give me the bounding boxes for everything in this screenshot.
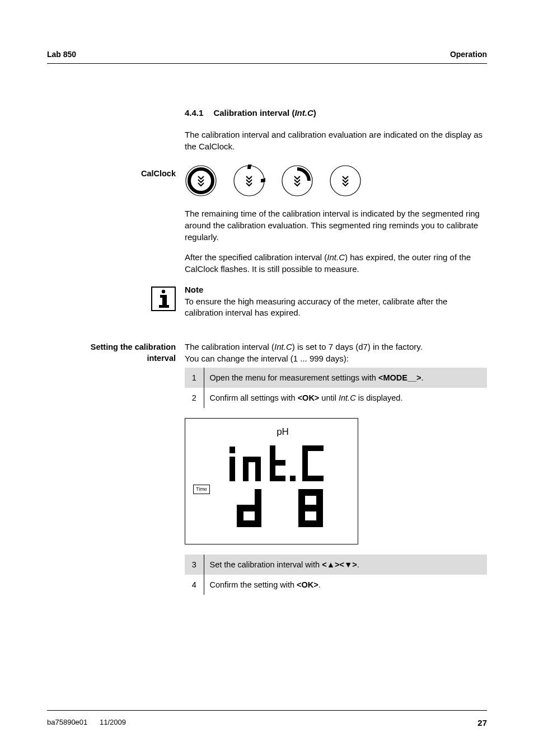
step-row-2: 2 Confirm all settings with <OK> until I… (185, 388, 487, 408)
footer-page: 27 (477, 717, 487, 729)
svg-point-4 (330, 166, 360, 196)
note-body: To ensure the high measuring accuracy of… (185, 296, 487, 319)
step2-b: <OK> (298, 393, 320, 402)
section-title-prefix: Calibration interval ( (213, 108, 294, 118)
calclock-para2-ital: Int.C (327, 252, 345, 262)
step-num-2: 2 (185, 388, 204, 408)
seg-d8-icon (231, 488, 343, 533)
setting-para-b: ) is set to 7 days (d7) in the factory. (292, 342, 423, 351)
calclock-icons-row (185, 165, 487, 197)
step-text-2: Confirm all settings with <OK> until Int… (204, 388, 487, 408)
step4-b: <OK> (297, 580, 318, 589)
svg-rect-24 (237, 520, 261, 527)
step2-c: until (319, 393, 339, 402)
step-num-4: 4 (185, 575, 204, 595)
step3-a: Set the calibration interval with (210, 560, 322, 569)
lcd-row1 (192, 442, 351, 486)
svg-point-2 (234, 166, 264, 196)
svg-rect-13 (255, 457, 261, 481)
step1-b: <MODE__> (378, 373, 421, 382)
label-setting-line2: interval (147, 354, 176, 363)
lcd-ph-label: pH (192, 425, 351, 438)
svg-rect-7 (162, 295, 167, 306)
step3-b: <▲><▼> (322, 560, 357, 569)
note-heading: Note (185, 284, 487, 296)
header-left: Lab 850 (47, 49, 76, 60)
setting-para-ital: Int.C (274, 342, 292, 351)
svg-point-1 (189, 169, 213, 192)
step-row-4: 4 Confirm the setting with <OK>. (185, 575, 487, 595)
lcd-row2 (192, 488, 351, 533)
step-text-1: Open the menu for measurement settings w… (204, 368, 487, 388)
svg-rect-8 (159, 305, 169, 308)
svg-rect-15 (270, 460, 285, 466)
step3-c: . (357, 560, 359, 569)
seg-intc-icon (224, 442, 336, 486)
step2-a: Confirm all settings with (210, 393, 298, 402)
svg-rect-16 (270, 476, 285, 481)
section-heading: 4.4.1Calibration interval (Int.C) (185, 107, 487, 119)
label-calclock: CalClock (47, 161, 176, 284)
step1-c: . (421, 373, 424, 382)
calclock-quarter-icon (281, 165, 313, 197)
intro-paragraph: The calibration interval and calibration… (185, 129, 487, 152)
calclock-para1: The remaining time of the calibration in… (185, 208, 487, 243)
svg-rect-10 (229, 457, 235, 481)
footer-doc: ba75890e01 (47, 718, 87, 726)
steps-table-2: 3 Set the calibration interval with <▲><… (185, 555, 487, 595)
step-num-3: 3 (185, 555, 204, 575)
setting-para-a: The calibration interval ( (185, 342, 274, 351)
step-row-1: 1 Open the menu for measurement settings… (185, 368, 487, 388)
calclock-para2-a: After the specified calibration interval… (185, 252, 327, 262)
label-setting-line1: Setting the calibration (91, 342, 176, 351)
steps-table: 1 Open the menu for measurement settings… (185, 368, 487, 408)
svg-rect-17 (290, 476, 296, 481)
section-title-italic: Int.C (294, 108, 313, 118)
step2-d: is displayed. (356, 393, 403, 402)
svg-rect-29 (316, 489, 323, 527)
header-right: Operation (450, 49, 487, 60)
svg-rect-28 (298, 489, 305, 527)
step2-ital: Int.C (339, 393, 356, 402)
step1-a: Open the menu for measurement settings w… (210, 373, 378, 382)
lcd-display: pH (185, 418, 358, 544)
setting-para-c: You can change the interval (1 ... 999 d… (185, 354, 349, 363)
calclock-para2: After the specified calibration interval… (185, 252, 487, 275)
label-setting-calibration: Setting the calibration interval (47, 341, 176, 595)
step4-a: Confirm the setting with (210, 580, 297, 589)
calclock-threequarter-icon (233, 165, 265, 197)
section-number: 4.4.1 (185, 107, 203, 119)
svg-rect-20 (302, 476, 324, 481)
step-text-4: Confirm the setting with <OK>. (204, 575, 487, 595)
page-footer: ba75890e01 11/2009 27 (47, 710, 487, 729)
calclock-full-icon (185, 165, 217, 197)
svg-rect-9 (229, 447, 235, 453)
info-icon (151, 287, 176, 311)
section-title-suffix: ) (313, 108, 316, 118)
step-text-3: Set the calibration interval with <▲><▼>… (204, 555, 487, 575)
step4-c: . (318, 580, 321, 589)
step-row-3: 3 Set the calibration interval with <▲><… (185, 555, 487, 575)
step-num-1: 1 (185, 368, 204, 388)
page-header: Lab 850 Operation (47, 49, 487, 64)
setting-para: The calibration interval (Int.C) is set … (185, 341, 487, 364)
svg-point-5 (162, 290, 165, 293)
footer-date: 11/2009 (100, 718, 126, 726)
lcd-time-badge: Time (193, 485, 210, 494)
calclock-empty-icon (329, 165, 362, 197)
